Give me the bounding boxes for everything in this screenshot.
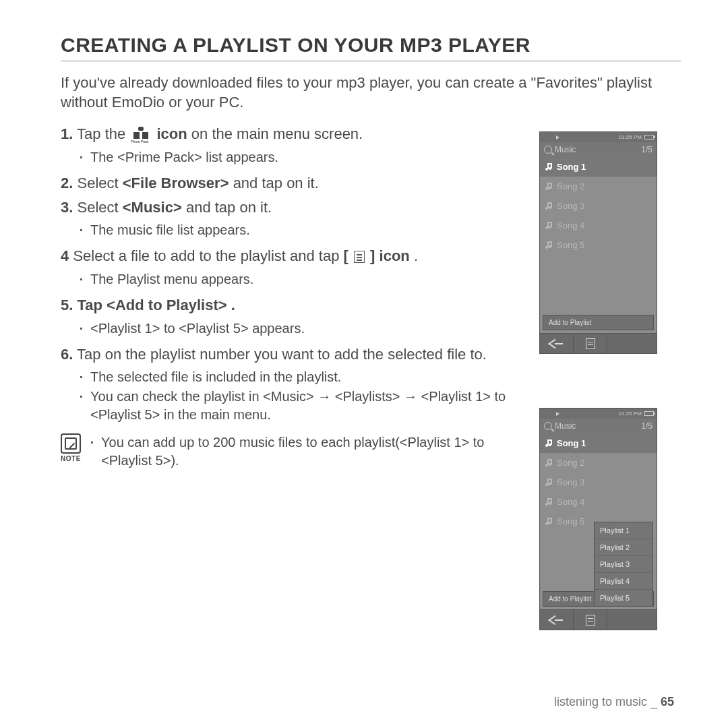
device-header: Music 1/5 — [540, 142, 657, 157]
step-6-sub-2: You can check the playlist in <Music> → … — [80, 388, 519, 424]
footer-page-number: 65 — [661, 695, 674, 708]
back-button — [540, 610, 574, 630]
step-text-bold: [ — [344, 247, 348, 264]
step-6: 6. Tap on the playlist number you want t… — [61, 344, 519, 365]
list-icon — [586, 338, 595, 349]
music-note-icon — [545, 163, 553, 171]
page-title: CREATING A PLAYLIST ON YOUR MP3 PLAYER — [61, 34, 681, 61]
step-num: 3. — [61, 199, 73, 216]
step-text: Select — [77, 175, 122, 191]
list-item: Song 5 — [540, 235, 657, 255]
song-label: Song 2 — [557, 458, 584, 468]
play-indicator-icon — [556, 412, 559, 416]
step-text-bold: icon — [156, 125, 187, 142]
step-text: Tap on the playlist number you want to a… — [77, 346, 487, 363]
music-note-icon — [545, 222, 553, 229]
song-label: Song 5 — [557, 516, 584, 526]
step-3: 3. Select <Music> and tap on it. — [61, 198, 519, 218]
playlist-option: Playlist 1 — [595, 522, 653, 539]
step-num: 4 — [61, 247, 69, 264]
playlist-option: Playlist 2 — [595, 539, 653, 556]
step-5-sub: <Playlist 1> to <Playlist 5> appears. — [80, 320, 519, 338]
note-icon — [61, 433, 81, 454]
intro-text: If you've already downloaded files to yo… — [61, 73, 681, 112]
step-text: and tap on it. — [233, 175, 319, 191]
device-screenshot-1: 01:25 PM Music 1/5 Song 1 Song 2 Song 3 … — [539, 131, 657, 354]
steps-list: 1. Tap the Prime Pack icon on the main m… — [61, 124, 519, 477]
step-num: 6. — [61, 346, 73, 363]
search-icon — [544, 146, 552, 154]
song-label: Song 4 — [557, 497, 584, 507]
menu-item-label: Add to Playlist — [543, 315, 653, 330]
step-text: . — [414, 247, 418, 264]
list-item: Song 4 — [540, 492, 657, 512]
music-note-icon — [545, 518, 553, 525]
back-button — [540, 334, 574, 353]
step-text-bold: <Add to Playlist> — [107, 297, 227, 313]
music-note-icon — [545, 459, 553, 466]
step-text: on the main menu screen. — [191, 125, 363, 142]
music-note-icon — [545, 241, 553, 249]
page-footer: listening to music _ 65 — [554, 695, 674, 709]
step-2: 2. Select <File Browser> and tap on it. — [61, 173, 519, 193]
device-song-list: Song 1 Song 2 Song 3 Song 4 Song 5 — [540, 157, 657, 255]
music-note-icon — [545, 479, 553, 486]
list-item: Song 1 — [540, 157, 657, 177]
music-note-icon — [545, 202, 553, 210]
list-item: Song 2 — [540, 177, 657, 196]
device-header-title: Music — [555, 145, 576, 154]
device-nav-bar — [540, 609, 657, 630]
song-label: Song 2 — [557, 181, 584, 191]
step-text-bold: . — [231, 297, 235, 313]
music-note-icon — [545, 498, 553, 506]
step-num: 1. — [61, 125, 73, 142]
list-item: Song 1 — [540, 433, 657, 453]
step-text-bold: <Music> — [123, 199, 182, 216]
search-icon — [544, 422, 552, 430]
list-icon — [586, 615, 595, 626]
step-text: Select a file to add to the playlist and… — [73, 247, 343, 264]
playlist-popup: Playlist 1 Playlist 2 Playlist 3 Playlis… — [594, 522, 653, 607]
device-song-list: Song 1 Song 2 Song 3 Song 4 Song 5 — [540, 433, 657, 531]
note-label: NOTE — [61, 455, 81, 462]
list-item: Song 3 — [540, 196, 657, 216]
step-4-sub: The Playlist menu appears. — [80, 270, 519, 289]
device-time: 01:25 PM — [619, 134, 642, 140]
note-block: NOTE You can add up to 200 music files t… — [61, 433, 519, 477]
step-num: 2. — [61, 175, 73, 191]
list-item: Song 3 — [540, 473, 657, 492]
battery-icon — [644, 411, 654, 416]
step-1-sub: The <Prime Pack> list appears. — [80, 148, 519, 166]
device-header-count: 1/5 — [641, 145, 653, 154]
music-note-icon — [545, 183, 553, 190]
step-6-sub-1: The selected file is included in the pla… — [80, 368, 519, 386]
battery-icon — [644, 135, 654, 140]
note-text: You can add up to 200 music files to eac… — [90, 433, 519, 470]
prime-pack-icon: Prime Pack — [132, 127, 150, 143]
device-screenshot-2: 01:25 PM Music 1/5 Song 1 Song 2 Song 3 … — [539, 408, 657, 630]
list-item: Song 4 — [540, 216, 657, 235]
song-label: Song 1 — [557, 438, 586, 448]
step-num: 5. — [61, 297, 73, 313]
step-3-sub: The music file list appears. — [80, 221, 519, 239]
device-header-title: Music — [555, 421, 576, 431]
song-label: Song 4 — [557, 220, 584, 231]
song-label: Song 3 — [557, 477, 584, 487]
music-note-icon — [545, 439, 553, 447]
step-4: 4 Select a file to add to the playlist a… — [61, 246, 519, 266]
step-5: 5. Tap <Add to Playlist> . — [61, 295, 519, 315]
device-header-count: 1/5 — [641, 421, 653, 431]
menu-button — [574, 610, 607, 630]
device-header: Music 1/5 — [540, 419, 657, 433]
step-1: 1. Tap the Prime Pack icon on the main m… — [61, 124, 519, 144]
device-status-bar: 01:25 PM — [540, 408, 657, 419]
menu-button — [574, 334, 607, 353]
playlist-option: Playlist 4 — [595, 573, 653, 590]
playlist-option: Playlist 5 — [595, 590, 653, 606]
device-time: 01:25 PM — [619, 411, 642, 417]
step-text: Select — [77, 199, 122, 216]
song-label: Song 1 — [557, 162, 586, 172]
step-text: Tap the — [77, 125, 129, 142]
play-indicator-icon — [556, 135, 559, 140]
step-text-bold: Tap — [77, 297, 107, 313]
